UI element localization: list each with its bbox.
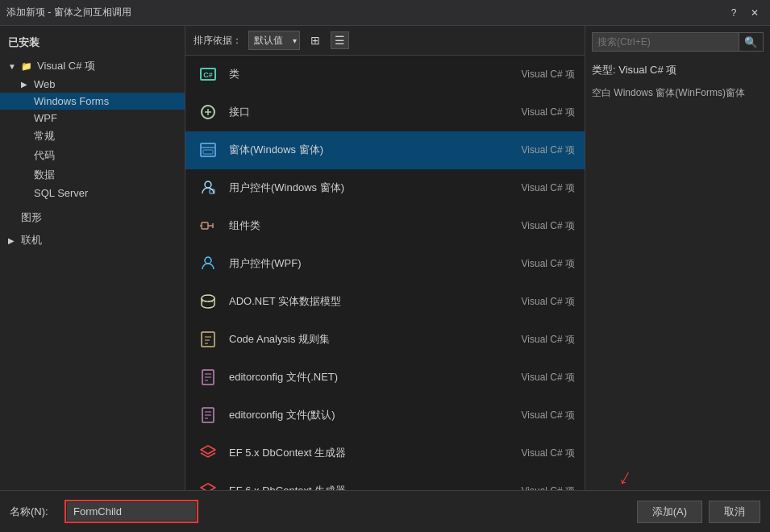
bottom-bar: 名称(N): ↓ 添加(A) 取消	[0, 490, 770, 532]
items-list: C# 类 Visual C# 项 接口 Visual C# 项	[185, 56, 585, 490]
action-buttons-area: ↓ 添加(A) 取消	[637, 501, 760, 523]
editorconfig-default-category: Visual C# 项	[494, 409, 575, 422]
component-name: 组件类	[229, 218, 494, 233]
svg-point-14	[205, 257, 211, 264]
sidebar-item-label-code: 代码	[34, 148, 55, 163]
expand-arrow-web: ▶	[21, 80, 34, 89]
name-label: 名称(N):	[10, 505, 58, 519]
ef5-category: Visual C# 项	[494, 447, 575, 460]
class-category: Visual C# 项	[494, 68, 575, 81]
svg-rect-7	[203, 150, 213, 154]
list-item-editorconfig-net[interactable]: editorconfig 文件(.NET) Visual C# 项	[185, 359, 585, 397]
content-area: 已安装 ▼ 📁 Visual C# 项 ▶ Web Windows Forms …	[0, 26, 770, 490]
usercontrol-win-icon	[195, 175, 221, 201]
ef5-icon	[195, 440, 221, 466]
type-label: 类型: Visual C# 项	[592, 63, 764, 77]
ef6-category: Visual C# 项	[494, 484, 575, 491]
interface-name: 接口	[229, 105, 494, 119]
sidebar-item-label-winforms: Windows Forms	[34, 95, 109, 107]
ef6-icon	[195, 478, 221, 490]
sidebar-item-label-web: Web	[34, 78, 56, 90]
list-item-form[interactable]: 窗体(Windows 窗体) Visual C# 项	[185, 131, 585, 169]
name-input[interactable]	[67, 502, 196, 521]
sort-label: 排序依据：	[194, 34, 242, 48]
sort-wrapper[interactable]: 默认值 名称 类型	[248, 31, 300, 50]
editorconfig-default-name: editorconfig 文件(默认)	[229, 408, 494, 422]
list-item-component[interactable]: 组件类 Visual C# 项	[185, 207, 585, 245]
sidebar-item-data[interactable]: 数据	[0, 165, 185, 185]
editorconfig-net-icon	[195, 364, 221, 390]
analysis-name: Code Analysis 规则集	[229, 332, 494, 347]
interface-category: Visual C# 项	[494, 106, 575, 119]
ado-name: ADO.NET 实体数据模型	[229, 294, 494, 309]
sort-select[interactable]: 默认值 名称 类型	[248, 31, 300, 50]
wpf-icon	[195, 251, 221, 276]
cancel-button[interactable]: 取消	[709, 501, 760, 523]
class-name: 类	[229, 67, 494, 81]
sidebar-item-normal[interactable]: 常规	[0, 127, 185, 146]
sidebar-item-sql[interactable]: SQL Server	[0, 185, 185, 202]
form-category: Visual C# 项	[494, 143, 575, 157]
title-controls: ? ✕	[725, 4, 764, 22]
sidebar-item-graphics[interactable]: 图形	[0, 208, 185, 227]
form-icon	[195, 137, 221, 163]
sidebar-item-label-sql: SQL Server	[34, 187, 88, 199]
sidebar-item-wpf[interactable]: WPF	[0, 110, 185, 127]
main-container: 已安装 ▼ 📁 Visual C# 项 ▶ Web Windows Forms …	[0, 26, 770, 532]
sidebar-item-visual-csharp[interactable]: ▼ 📁 Visual C# 项	[0, 56, 185, 76]
title-bar: 添加新项 - 窗体之间互相调用 ? ✕	[0, 0, 770, 26]
analysis-category: Visual C# 项	[494, 333, 575, 347]
add-button[interactable]: 添加(A)	[637, 501, 702, 523]
svg-text:C#: C#	[203, 71, 213, 79]
ef6-name: EF 6.x DbContext 生成器	[229, 484, 494, 490]
editorconfig-net-name: editorconfig 文件(.NET)	[229, 370, 494, 384]
list-item-editorconfig-default[interactable]: editorconfig 文件(默认) Visual C# 项	[185, 397, 585, 434]
view-grid-button[interactable]: ⊞	[306, 31, 324, 49]
list-item-ado[interactable]: ADO.NET 实体数据模型 Visual C# 项	[185, 283, 585, 321]
sidebar-item-label-normal: 常规	[34, 129, 55, 143]
search-button[interactable]: 🔍	[739, 32, 764, 52]
list-item-class[interactable]: C# 类 Visual C# 项	[185, 56, 585, 94]
sidebar-item-label-union: 联机	[21, 233, 42, 247]
ef5-name: EF 5.x DbContext 生成器	[229, 446, 494, 460]
ado-icon	[195, 289, 221, 314]
sidebar-item-code[interactable]: 代码	[0, 146, 185, 165]
title-text: 添加新项 - 窗体之间互相调用	[6, 6, 131, 19]
wpf-name: 用户控件(WPF)	[229, 256, 494, 271]
toolbar: 排序依据： 默认值 名称 类型 ⊞ ☰	[185, 26, 585, 56]
right-panel: 🔍 类型: Visual C# 项 空白 Windows 窗体(WinForms…	[585, 26, 770, 490]
sidebar-item-windows-forms[interactable]: Windows Forms	[0, 93, 185, 110]
svg-rect-10	[202, 222, 208, 229]
usercontrol-win-name: 用户控件(Windows 窗体)	[229, 181, 494, 195]
list-item-usercontrol-wpf[interactable]: 用户控件(WPF) Visual C# 项	[185, 245, 585, 283]
list-item-interface[interactable]: 接口 Visual C# 项	[185, 94, 585, 131]
help-button[interactable]: ?	[725, 4, 743, 22]
search-row: 🔍	[592, 32, 764, 52]
expand-arrow-union: ▶	[8, 236, 21, 245]
list-item-usercontrol-win[interactable]: 用户控件(Windows 窗体) Visual C# 项	[185, 169, 585, 207]
usercontrol-win-category: Visual C# 项	[494, 181, 575, 195]
list-item-ef6[interactable]: EF 6.x DbContext 生成器 Visual C# 项	[185, 472, 585, 490]
close-button[interactable]: ✕	[746, 4, 764, 22]
sidebar-item-union[interactable]: ▶ 联机	[0, 231, 185, 250]
left-panel: 已安装 ▼ 📁 Visual C# 项 ▶ Web Windows Forms …	[0, 26, 185, 490]
svg-point-8	[205, 181, 211, 188]
editorconfig-net-category: Visual C# 项	[494, 371, 575, 384]
search-input[interactable]	[592, 32, 739, 52]
sidebar-item-label-data: 数据	[34, 168, 55, 182]
list-item-ef5[interactable]: EF 5.x DbContext 生成器 Visual C# 项	[185, 434, 585, 472]
middle-panel: 排序依据： 默认值 名称 类型 ⊞ ☰ C# 类	[185, 26, 585, 490]
form-name: 窗体(Windows 窗体)	[229, 143, 494, 157]
list-item-analysis[interactable]: Code Analysis 规则集 Visual C# 项	[185, 321, 585, 359]
component-category: Visual C# 项	[494, 219, 575, 233]
name-input-wrapper	[65, 500, 198, 523]
editorconfig-default-icon	[195, 402, 221, 428]
view-list-button[interactable]: ☰	[331, 31, 349, 49]
class-icon: C#	[195, 61, 221, 87]
ado-category: Visual C# 项	[494, 295, 575, 309]
analysis-icon	[195, 326, 221, 352]
sidebar-item-web[interactable]: ▶ Web	[0, 76, 185, 93]
sidebar-item-label-graphics: 图形	[21, 210, 42, 225]
wpf-category: Visual C# 项	[494, 257, 575, 271]
expand-arrow: ▼	[8, 62, 21, 71]
